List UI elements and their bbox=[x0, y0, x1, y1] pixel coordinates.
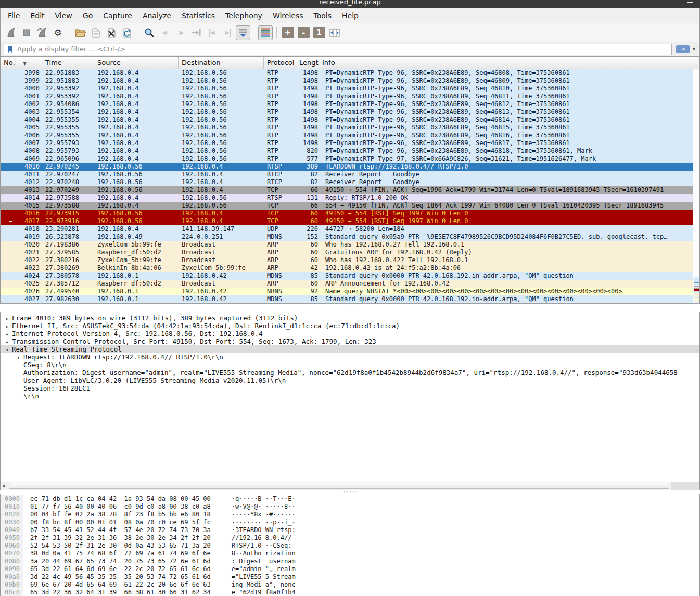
menu-item-telephony[interactable]: Telephony bbox=[220, 9, 268, 22]
packet-row-4011[interactable]: 401122.970247192.168.0.56192.168.0.4RTCP… bbox=[1, 171, 694, 178]
detail-line[interactable]: User-Agent: LibVLC/3.0.20 (LIVE555 Strea… bbox=[1, 377, 699, 384]
go-forward-button[interactable]: » bbox=[173, 25, 188, 40]
colorize-button[interactable] bbox=[258, 25, 273, 40]
minimize-button[interactable] bbox=[687, 2, 693, 3]
packet-row-4007[interactable]: 400722.955793192.168.0.4192.168.0.56RTP1… bbox=[1, 139, 694, 147]
packet-row-4002[interactable]: 400222.954086192.168.0.4192.168.0.56RTP1… bbox=[1, 100, 694, 108]
packet-row-4013[interactable]: 401322.970249192.168.0.56192.168.0.4TCP6… bbox=[1, 186, 694, 194]
hex-row-0010[interactable]: 001001 77 f7 56 40 00 40 06 c0 9d c0 a8 … bbox=[1, 503, 699, 511]
go-last-button[interactable]: »| bbox=[220, 25, 235, 40]
packet-row-4022[interactable]: 402227.380216ZyxelCom_5b:99:feBroadcastA… bbox=[1, 256, 694, 264]
packet-row-4009[interactable]: 400922.965096192.168.0.4192.168.0.56RTP5… bbox=[1, 155, 694, 163]
capture-options-button[interactable]: ⚙ bbox=[50, 25, 65, 40]
packet-row-4004[interactable]: 400422.955355192.168.0.4192.168.0.56RTP1… bbox=[1, 116, 694, 124]
column-header-destination[interactable]: Destination bbox=[179, 57, 264, 69]
detail-line[interactable]: ▸Request: TEARDOWN rtsp://192.168.0.4// … bbox=[1, 353, 699, 361]
pane-splitter-top[interactable]: ····· bbox=[0, 304, 700, 312]
detail-line[interactable]: ▾Real Time Streaming Protocol bbox=[1, 345, 699, 353]
auto-scroll-button[interactable] bbox=[236, 25, 250, 40]
expander-closed-icon[interactable]: ▸ bbox=[3, 330, 12, 338]
packet-row-4021[interactable]: 402127.379585Raspberr_df:50:d2BroadcastA… bbox=[1, 249, 694, 256]
hex-row-0080[interactable]: 00803a 20 44 69 67 65 73 74 20 75 73 65 … bbox=[1, 558, 699, 565]
capture-restart-button[interactable] bbox=[35, 25, 49, 40]
close-file-button[interactable] bbox=[104, 25, 119, 40]
hex-row-0070[interactable]: 007038 0d 0a 41 75 74 68 6f 72 69 7a 61 … bbox=[1, 550, 699, 558]
expander-open-icon[interactable]: ▾ bbox=[3, 346, 12, 353]
packet-row-4016[interactable]: 401622.973915192.168.0.56192.168.0.4TCP6… bbox=[1, 210, 694, 217]
hex-row-0090[interactable]: 009065 3d 22 61 64 6d 69 6e 22 2c 20 72 … bbox=[1, 565, 699, 573]
detail-line[interactable]: Session: 16F28EC1 bbox=[1, 384, 699, 392]
detail-line[interactable]: ▸Transmission Control Protocol, Src Port… bbox=[1, 338, 699, 345]
resize-columns-button[interactable] bbox=[327, 25, 342, 40]
packet-row-4010[interactable]: 401022.970245192.168.0.56192.168.0.4RTSP… bbox=[1, 163, 694, 171]
packet-row-4027[interactable]: 402727.982630192.168.0.1192.168.0.42MDNS… bbox=[1, 295, 694, 303]
column-header-no[interactable]: No.▼ bbox=[1, 57, 42, 69]
packet-row-4005[interactable]: 400522.955355192.168.0.4192.168.0.56RTP1… bbox=[1, 124, 694, 132]
menu-item-file[interactable]: File bbox=[3, 9, 25, 22]
menu-item-statistics[interactable]: Statistics bbox=[176, 9, 220, 22]
packet-row-4012[interactable]: 401222.970248192.168.0.56192.168.0.4RTCP… bbox=[1, 178, 694, 186]
menu-item-help[interactable]: Help bbox=[337, 9, 364, 22]
filter-dropdown-caret[interactable]: ▾ bbox=[693, 46, 695, 52]
hex-row-00c0[interactable]: 00c065 3d 22 36 32 64 31 39 66 38 61 30 … bbox=[1, 589, 699, 596]
column-header-time[interactable]: Time bbox=[42, 57, 94, 69]
reload-file-button[interactable] bbox=[120, 25, 134, 40]
packet-row-4015[interactable]: 401522.973588192.168.0.4192.168.0.56TCP6… bbox=[1, 202, 694, 210]
display-filter-input[interactable]: Apply a display filter ... <Ctrl-/> bbox=[4, 44, 672, 55]
hex-row-0050[interactable]: 00502f 2f 31 39 32 2e 31 36 38 2e 30 2e … bbox=[1, 534, 699, 542]
packet-row-4000[interactable]: 400022.953392192.168.0.4192.168.0.56RTP1… bbox=[1, 85, 694, 93]
packet-row-4023[interactable]: 402327.380269BelkinIn_8b:4a:06ZyxelCom_5… bbox=[1, 264, 694, 272]
menu-item-tools[interactable]: Tools bbox=[309, 9, 337, 22]
zoom-normal-button[interactable]: 1 bbox=[312, 25, 326, 40]
detail-line[interactable]: \r\n bbox=[1, 392, 699, 400]
hex-row-0020[interactable]: 002000 04 bf fe 02 2a 38 78 8f 23 f8 b5 … bbox=[1, 511, 699, 519]
packet-row-4024[interactable]: 402427.380578192.168.0.1192.168.0.42MDNS… bbox=[1, 272, 694, 280]
detail-line[interactable]: CSeq: 8\r\n bbox=[1, 361, 699, 369]
filter-bookmark-icon[interactable] bbox=[7, 45, 14, 54]
packet-list-scrollbar[interactable] bbox=[693, 69, 699, 303]
menu-item-analyze[interactable]: Analyze bbox=[137, 9, 176, 22]
menu-item-capture[interactable]: Capture bbox=[98, 9, 137, 22]
expander-closed-icon[interactable]: ▸ bbox=[3, 322, 12, 330]
detail-line[interactable]: Authorization: Digest username="admin", … bbox=[1, 369, 699, 377]
hex-row-0030[interactable]: 003000 f8 bc 8f 00 00 01 01 08 0a 70 c0 … bbox=[1, 519, 699, 526]
column-header-info[interactable]: Info bbox=[319, 57, 699, 69]
menu-item-edit[interactable]: Edit bbox=[25, 9, 49, 22]
hex-row-0060[interactable]: 006052 54 53 50 2f 31 2e 30 0d 0a 43 53 … bbox=[1, 542, 699, 550]
go-first-button[interactable]: |« bbox=[205, 25, 219, 40]
zoom-out-button[interactable]: - bbox=[296, 25, 311, 40]
hex-row-0000[interactable]: 0000ec 71 db d1 1c ca 04 42 1a 93 54 da … bbox=[1, 495, 699, 503]
packet-row-4019[interactable]: 401926.323878192.168.0.49224.0.0.251MDNS… bbox=[1, 233, 694, 241]
menu-item-view[interactable]: View bbox=[50, 9, 78, 22]
packet-row-4006[interactable]: 400622.955355192.168.0.4192.168.0.56RTP1… bbox=[1, 132, 694, 139]
expander-closed-icon[interactable]: ▸ bbox=[3, 315, 12, 322]
packet-row-4014[interactable]: 401422.973588192.168.0.4192.168.0.56RTSP… bbox=[1, 194, 694, 202]
go-to-packet-button[interactable] bbox=[189, 25, 203, 40]
detail-line[interactable]: ▸Ethernet II, Src: ASUSTekC_93:54:da (04… bbox=[1, 322, 699, 330]
hscroll-thumb[interactable] bbox=[9, 483, 669, 489]
column-header-length[interactable]: Length bbox=[296, 57, 319, 69]
packet-row-4018[interactable]: 401823.200281192.168.0.4141.148.39.147UD… bbox=[1, 225, 694, 233]
packet-row-4008[interactable]: 400822.955793192.168.0.4192.168.0.56RTP8… bbox=[1, 147, 694, 155]
hex-row-00b0[interactable]: 00b069 6e 67 20 4d 65 64 69 61 22 2c 20 … bbox=[1, 581, 699, 589]
packet-row-3998[interactable]: 399822.951883192.168.0.4192.168.0.56RTP1… bbox=[1, 69, 694, 77]
packet-row-4017[interactable]: 401722.973916192.168.0.56192.168.0.4TCP6… bbox=[1, 217, 694, 225]
save-file-button[interactable] bbox=[88, 25, 103, 40]
capture-start-button[interactable] bbox=[4, 25, 18, 40]
packet-row-4020[interactable]: 402027.198386ZyxelCom_5b:99:feBroadcastA… bbox=[1, 241, 694, 249]
go-back-button[interactable]: « bbox=[158, 25, 172, 40]
detail-line[interactable]: ▸Internet Protocol Version 4, Src: 192.1… bbox=[1, 330, 699, 338]
find-packet-button[interactable] bbox=[142, 25, 157, 40]
zoom-in-button[interactable]: + bbox=[281, 25, 295, 40]
packet-row-3999[interactable]: 399922.951883192.168.0.4192.168.0.56RTP1… bbox=[1, 77, 694, 85]
menu-item-wireless[interactable]: Wireless bbox=[268, 9, 309, 22]
packet-row-4001[interactable]: 400122.953392192.168.0.4192.168.0.56RTP1… bbox=[1, 93, 694, 100]
open-file-button[interactable] bbox=[73, 25, 87, 40]
apply-filter-button[interactable]: ➔ bbox=[676, 45, 690, 53]
capture-stop-button[interactable] bbox=[19, 25, 34, 40]
menu-item-go[interactable]: Go bbox=[78, 9, 98, 22]
packet-row-4026[interactable]: 402627.499540192.168.0.1192.168.0.42NBNS… bbox=[1, 288, 694, 295]
hex-row-00a0[interactable]: 00a03d 22 4c 49 56 45 35 35 35 20 53 74 … bbox=[1, 573, 699, 581]
packet-row-4025[interactable]: 402527.385712Raspberr_df:50:d2BroadcastA… bbox=[1, 280, 694, 288]
packet-row-4003[interactable]: 400322.955354192.168.0.4192.168.0.56RTP1… bbox=[1, 108, 694, 116]
